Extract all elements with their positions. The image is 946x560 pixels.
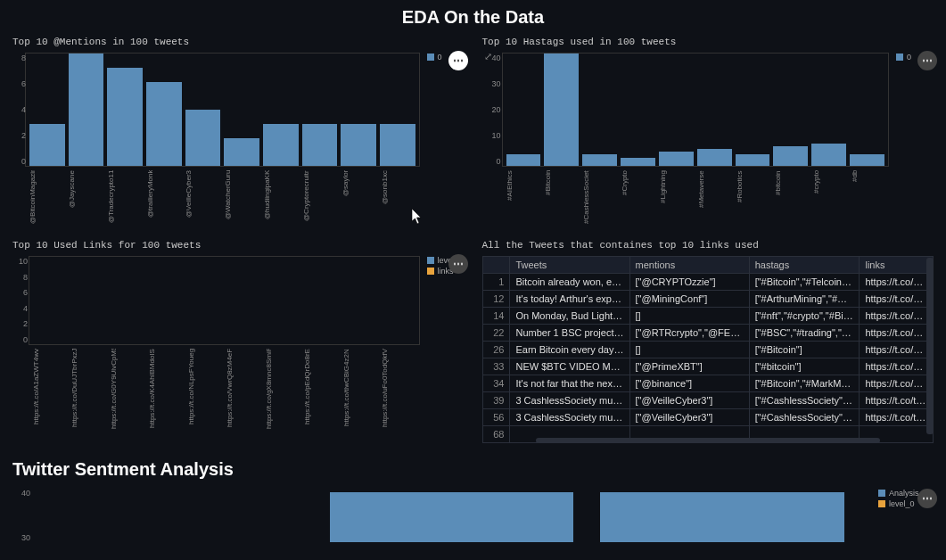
bar[interactable] [146,82,182,167]
bar[interactable] [224,138,259,167]
sentiment-title: Twitter Sentment Analysis [12,459,934,480]
table-row[interactable]: 14On Monday, Bud Light rev…[]["#nft","#c… [482,308,934,325]
bar[interactable] [506,154,541,166]
table-row[interactable]: 1Bitcoin already won, eve…["@CRYPTOzzie"… [482,274,934,291]
column-header[interactable] [482,257,510,274]
bar[interactable] [850,154,884,166]
cell: ["@MiningConf"] [629,291,749,308]
bar[interactable] [773,146,808,166]
x-tick-label: #Metaverse [697,170,732,224]
tweets-table[interactable]: Tweetsmentionshastagslinks 1Bitcoin alre… [482,256,934,443]
links-chart[interactable]: 10 8 6 4 2 0 [29,256,420,345]
page-title: EDA On the Data [12,7,934,28]
cell: 39 [482,392,510,409]
column-header[interactable]: links [860,257,934,274]
mentions-panel: Top 10 @Mentions in 100 tweets 8 6 4 2 0… [12,37,465,224]
cell: ["#CashlessSociety","#Ro… [749,409,860,426]
bar[interactable] [263,124,299,166]
cell: 34 [482,375,510,392]
cell: NEW $BTC VIDEO My upd… [510,358,629,375]
bar[interactable] [736,154,770,166]
bar[interactable] [185,110,221,166]
cell: ["#nft","#crypto","#Bitcoi… [749,308,860,325]
x-tick-label: @hudiingipaKK [263,170,299,224]
cell: ["#Bitcoin","#Telcoin","#T… [749,274,860,291]
x-tick-label: https://t.co/G0Y9UlvCpMS [110,349,144,429]
cell: https://t.co/Du… [860,358,934,375]
table-row[interactable]: 393 CashlessSociety must n…["@VeilleCybe… [482,392,934,409]
table-row[interactable]: 22Number 1 BSC project!$F…["@RTRcrypto",… [482,325,934,342]
cell: It's not far that the next Bi… [510,375,629,392]
mentions-chart[interactable]: 8 6 4 2 0 [25,53,420,167]
cell: https://t.co/uF… [860,274,934,291]
table-row[interactable]: 34It's not far that the next Bi…["@binan… [482,375,934,392]
scrollbar-horizontal[interactable] [536,438,881,443]
x-tick-label: https://t.co/DuUJTbrPxzJ [70,349,105,429]
column-header[interactable]: mentions [629,257,749,274]
hashtags-chart[interactable]: 40 30 20 10 0 [502,53,890,167]
cell: 12 [482,291,510,308]
x-tick-label: #Bitcoin [544,170,579,224]
bar[interactable] [811,144,846,166]
x-tick-label: @WatcherGuru [224,170,259,224]
column-header[interactable]: hastags [749,257,860,274]
bar[interactable] [380,124,415,166]
cell: It's today! Arthur's expert… [510,291,629,308]
tweets-table-panel: All the Tweets that containes top 10 lin… [482,240,934,443]
bar[interactable] [107,68,143,166]
bar[interactable] [302,124,338,166]
cell: ["@PrimeXBT"] [629,358,749,375]
x-tick-label: https://t.co/NLpsFYoueg [187,349,222,429]
sentiment-chart[interactable]: 40 30 [32,489,871,542]
cell: https://t.co/tl… [860,392,934,409]
cell: Earn Bitcoin every day ev… [510,342,629,358]
bar[interactable] [29,124,65,166]
bar[interactable] [582,154,617,166]
bar[interactable] [621,158,655,166]
x-tick-label: #Lightning [659,170,694,224]
bar[interactable] [544,54,579,166]
table-row[interactable]: 563 CashlessSociety must n…["@VeilleCybe… [482,409,934,426]
bar[interactable] [341,124,376,166]
cell: 33 [482,358,510,375]
bar[interactable] [69,54,104,166]
column-header[interactable]: Tweets [510,257,629,274]
links-title: Top 10 Used Links for 100 tweets [12,240,465,251]
x-tick-label: @trailieryMonk [146,170,182,224]
cell: [] [629,342,749,358]
bar[interactable] [659,152,694,166]
more-icon[interactable]: ⋯ [917,489,937,508]
cell: ["#ArthurMining","#Crypt… [749,291,860,308]
cell: 22 [482,325,510,342]
table-row[interactable]: 12It's today! Arthur's expert…["@MiningC… [482,291,934,308]
hashtags-panel: Top 10 Hastags used in 100 tweets ⤢ 40 3… [482,37,934,224]
x-tick-label: @sonb1xc [381,170,416,224]
cell: 26 [482,342,510,358]
more-icon[interactable]: ⋯ [448,51,468,70]
table-title: All the Tweets that containes top 10 lin… [482,240,934,251]
x-tick-label: #Robotics [736,170,770,224]
hashtags-title: Top 10 Hastags used in 100 tweets [482,37,934,47]
cell: https://t.co/tl… [860,409,934,426]
scrollbar-vertical[interactable] [926,258,934,434]
sentiment-chart-wrap: 40 30 Analysis level_0 ⋯ [12,489,934,542]
more-icon[interactable]: ⋯ [917,51,937,70]
x-tick-label: #Crypto [621,170,655,224]
cell: 68 [482,426,510,443]
more-icon[interactable]: ⋯ [448,254,468,274]
x-tick-label: #CashlessSociety [582,170,617,224]
table-row[interactable]: 33NEW $BTC VIDEO My upd…["@PrimeXBT"]["#… [482,358,934,375]
cell: ["@binance"] [629,375,749,392]
hashtags-y-axis: 40 30 20 10 0 [485,54,501,166]
bar[interactable] [697,149,732,166]
bar[interactable] [330,492,574,542]
cell: ["#CashlessSociety","#Ro… [749,392,860,409]
cell: ["@VeilleCyber3"] [629,392,749,409]
cell: https://t.co/Vv… [860,375,934,392]
cell: [] [629,308,749,325]
bar[interactable] [600,492,844,542]
cell: ["@RTRcrypto","@FEGtok… [629,325,749,342]
x-tick-label: #db [851,170,885,224]
table-row[interactable]: 26Earn Bitcoin every day ev…[]["#Bitcoin… [482,342,934,358]
cell: 3 CashlessSociety must n… [510,392,629,409]
